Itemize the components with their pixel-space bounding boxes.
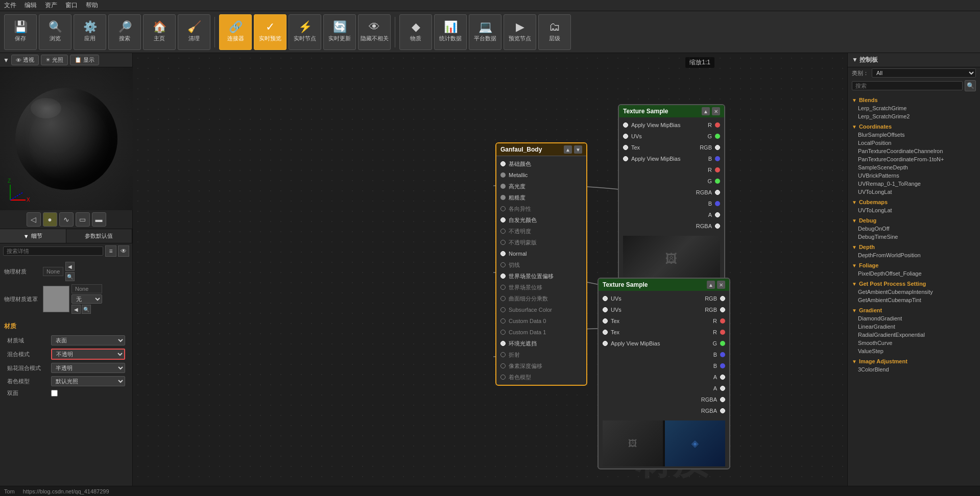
material-swatch[interactable]: [43, 286, 69, 312]
tex1-tex-pin[interactable]: Tex: [619, 142, 692, 153]
material-mask-select[interactable]: 无: [71, 294, 102, 304]
node-up-btn[interactable]: ▲: [564, 145, 572, 154]
tex2-g-pin[interactable]: G: [708, 338, 729, 349]
pin-custom-data-1[interactable]: Custom Data 1: [496, 327, 586, 338]
tree-item-linear-gradient[interactable]: LinearGradient: [848, 323, 980, 331]
live-update-button[interactable]: 🔄 实时更新: [323, 14, 356, 50]
tex1-close-btn[interactable]: ✕: [712, 107, 720, 115]
tree-item-3color-blend[interactable]: 3ColorBlend: [848, 365, 980, 374]
tree-section-image-adj-header[interactable]: ▼ Image Adjustment: [848, 357, 980, 365]
domain-select[interactable]: 表面: [51, 335, 125, 345]
tree-section-coordinates-header[interactable]: ▼ Coordinates: [848, 122, 980, 131]
pin-shading-model[interactable]: 着色模型: [496, 371, 586, 383]
pin-normal[interactable]: Normal: [496, 248, 586, 259]
tree-item-debug-time[interactable]: DebugTimeSine: [848, 233, 980, 241]
tree-item-blur[interactable]: BlurSampleOffsets: [848, 131, 980, 139]
tex2-b2-pin[interactable]: B: [709, 360, 729, 371]
tree-section-depth-header[interactable]: ▼ Depth: [848, 243, 980, 251]
pin-refraction[interactable]: 折射: [496, 349, 586, 360]
mask-search-btn[interactable]: 🔍: [82, 305, 91, 314]
tree-section-postprocess-header[interactable]: ▼ Get Post Process Setting: [848, 280, 980, 288]
tree-item-uvbrick[interactable]: UVBrickPatterns: [848, 171, 980, 180]
tex2-close-btn[interactable]: ✕: [717, 281, 725, 289]
texture-sample-1-node[interactable]: Texture Sample ▲ ✕ Apply View MipBias UV…: [618, 104, 725, 285]
save-button[interactable]: 💾 保存: [4, 14, 37, 50]
node-down-btn[interactable]: ▼: [574, 145, 582, 154]
tree-item-sample-scene[interactable]: SampleSceneDepth: [848, 163, 980, 171]
tex2-rgb-pin[interactable]: RGB: [701, 293, 729, 304]
pin-opacity-mask[interactable]: 不透明蒙版: [496, 237, 586, 248]
tree-item-debug-onoff[interactable]: DebugOnOff: [848, 225, 980, 233]
detail-tab-detail[interactable]: ▼ 细节: [0, 229, 66, 243]
tree-item-local-pos[interactable]: LocalPosition: [848, 139, 980, 147]
tree-item-pan-coord2[interactable]: PanTextureCoordinateFrom-1toN+: [848, 155, 980, 163]
tex2-a-pin[interactable]: A: [709, 371, 729, 383]
pin-world-pos-offset[interactable]: 世界场景位置偏移: [496, 270, 586, 282]
blend-select[interactable]: 不透明: [51, 349, 125, 360]
clean-button[interactable]: 🧹 清理: [178, 14, 210, 50]
tree-item-value-step[interactable]: ValueStep: [848, 347, 980, 355]
tree-item-uvremap[interactable]: UVRemap_0-1_ToRange: [848, 180, 980, 188]
tex2-apply-mip-pin[interactable]: Apply View MipBias: [599, 338, 697, 349]
pin-emissive[interactable]: 自发光颜色: [496, 214, 586, 226]
pin-tangent[interactable]: 切线: [496, 259, 586, 270]
tex2-tex2-pin[interactable]: Tex: [599, 327, 697, 338]
tree-item-ambient-tint[interactable]: GetAmbientCubemapTint: [848, 296, 980, 304]
browse-button[interactable]: 🔍 浏览: [39, 14, 71, 50]
menu-file[interactable]: 文件: [4, 1, 16, 10]
tex2-b-pin[interactable]: B: [709, 349, 729, 360]
tex1-b-pin[interactable]: B: [704, 153, 724, 164]
tex1-g-pin[interactable]: G: [703, 131, 724, 142]
tex1-a-pin[interactable]: A: [704, 209, 724, 220]
pin-metallic[interactable]: Metallic: [496, 169, 586, 181]
tex2-uvs2-pin[interactable]: UVs: [599, 304, 697, 315]
tree-item-radial-gradient[interactable]: RadialGradientExponential: [848, 331, 980, 339]
show-btn[interactable]: 📋 显示: [70, 55, 99, 65]
vc-prev-btn[interactable]: ◁: [27, 212, 41, 227]
tex2-r-pin[interactable]: R: [709, 315, 729, 327]
perspective-btn[interactable]: 👁 透视: [11, 55, 39, 65]
preview-button[interactable]: ✓ 实时预览: [254, 14, 286, 50]
pin-subsurface[interactable]: Subsurface Color: [496, 304, 586, 315]
tex2-rgba-pin[interactable]: RGBA: [697, 394, 729, 405]
pin-anisotropy[interactable]: 各向异性: [496, 203, 586, 214]
node-editor[interactable]: 缩放1:1 材质 Ganfaul_Body ▲ ▼ 基础颜色: [133, 53, 847, 496]
tree-item-depth-world[interactable]: DepthFromWorldPosition: [848, 251, 980, 259]
material-left-arrow[interactable]: ◀: [65, 262, 75, 271]
side-checkbox[interactable]: [51, 390, 58, 396]
tex2-uvs1-pin[interactable]: UVs: [599, 293, 697, 304]
tex1-g2-pin[interactable]: G: [703, 176, 724, 187]
pin-pixel-depth[interactable]: 像素深度偏移: [496, 360, 586, 371]
tex2-up-btn[interactable]: ▲: [707, 281, 715, 289]
tree-item-smooth-curve[interactable]: SmoothCurve: [848, 339, 980, 347]
decal-select[interactable]: 半透明: [51, 363, 125, 373]
hide-button[interactable]: 👁 隐藏不相关: [358, 14, 391, 50]
tree-item-diamond-gradient[interactable]: DiamondGradient: [848, 314, 980, 323]
shading-select[interactable]: 默认光照: [51, 376, 125, 386]
ganfaul-body-node[interactable]: Ganfaul_Body ▲ ▼ 基础颜色 Metallic 高光度: [495, 142, 587, 386]
platform-button[interactable]: 💻 平台数据: [469, 14, 501, 50]
material-button[interactable]: ◆ 物质: [399, 14, 432, 50]
tree-item-uvlonglat[interactable]: UVToLongLat: [848, 188, 980, 196]
pin-base-color[interactable]: 基础颜色: [496, 158, 586, 169]
search-button[interactable]: 🔎 搜索: [108, 14, 141, 50]
tex1-rgba-pin[interactable]: RGBA: [692, 187, 724, 198]
apply-button[interactable]: ⚙️ 应用: [74, 14, 106, 50]
tree-section-blends-header[interactable]: ▼ Blends: [848, 96, 980, 104]
pin-roughness[interactable]: 粗糙度: [496, 192, 586, 203]
dropdown-arrow[interactable]: ▼: [3, 57, 9, 64]
pin-specular[interactable]: 高光度: [496, 181, 586, 192]
tex1-r-pin[interactable]: R: [704, 119, 724, 131]
panel-search-input[interactable]: [852, 81, 963, 90]
list-view-btn[interactable]: ≡: [105, 245, 116, 257]
tree-section-cubemaps-header[interactable]: ▼ Cubemaps: [848, 198, 980, 206]
tree-section-gradient-header[interactable]: ▼ Gradient: [848, 306, 980, 314]
tex2-r2-pin[interactable]: R: [709, 327, 729, 338]
tex2-a2-pin[interactable]: A: [709, 383, 729, 394]
tree-item-lerp1[interactable]: Lerp_ScratchGrime: [848, 104, 980, 112]
pin-custom-data-0[interactable]: Custom Data 0: [496, 315, 586, 327]
tex1-r2-pin[interactable]: R: [704, 164, 724, 176]
tree-item-ambient-intensity[interactable]: GetAmbientCubemapIntensity: [848, 288, 980, 296]
home-button[interactable]: 🏠 主页: [143, 14, 176, 50]
tex1-rgba2-pin[interactable]: RGBA: [692, 220, 724, 232]
